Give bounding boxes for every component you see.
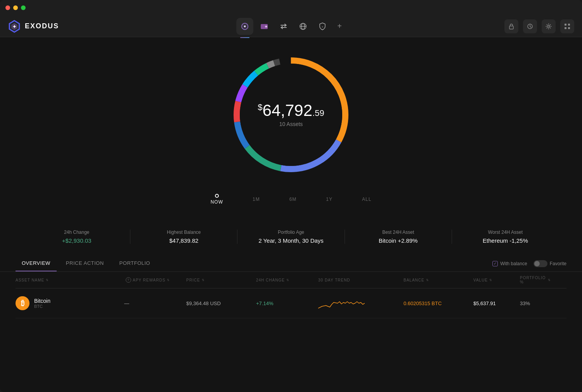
sort-icon-value: ⇅	[489, 278, 492, 282]
th-value[interactable]: VALUE ⇅	[473, 276, 520, 284]
svg-point-9	[266, 26, 267, 27]
tab-portfolio[interactable]: PORTFOLIO	[113, 256, 156, 271]
th-trend-label: 30 DAY TREND	[318, 278, 350, 282]
sort-icon-24h: ⇅	[286, 278, 289, 282]
timeline-now[interactable]: NOW	[208, 192, 226, 206]
th-24h-change[interactable]: 24H CHANGE ⇅	[256, 276, 318, 284]
stat-highest-value: $47,839.82	[130, 237, 237, 244]
th-portfolio-pct-label: PORTFOLIO %	[520, 276, 546, 284]
exodus-logo-icon: ✦	[8, 20, 21, 33]
table-row-btc[interactable]: ₿ Bitcoin BTC — $9,364.48 USD +7.14% 0.6…	[16, 288, 566, 318]
timeline-dot	[215, 194, 219, 198]
th-trend: 30 DAY TREND	[318, 276, 404, 284]
portfolio-value: 64,792	[263, 101, 312, 119]
apy-help-icon[interactable]: ?	[126, 277, 131, 283]
timeline-1m-label: 1M	[253, 197, 260, 202]
timeline-all[interactable]: ALL	[359, 195, 374, 204]
titlebar	[0, 0, 582, 16]
minimize-button[interactable]	[13, 5, 18, 10]
timeline-1y-label: 1Y	[326, 197, 333, 202]
favorite-toggle[interactable]	[534, 260, 547, 267]
donut-center: $64,792.59 10 Assets	[258, 102, 324, 127]
th-balance[interactable]: BALANCE ⇅	[404, 276, 473, 284]
settings-icon[interactable]	[542, 19, 556, 33]
stats-row: 24h Change +$2,930.03 Highest Balance $4…	[0, 222, 582, 252]
nav-tab-portfolio[interactable]	[236, 18, 253, 35]
svg-text:+: +	[322, 25, 324, 29]
tabs-row: OVERVIEW PRICE ACTION PORTFOLIO ✓ With b…	[0, 256, 582, 272]
btc-value: $5,637.91	[473, 300, 520, 306]
svg-rect-17	[565, 24, 566, 26]
svg-text:✦: ✦	[12, 24, 16, 29]
nav-tabs: + +	[236, 18, 346, 35]
th-price-label: PRICE	[186, 278, 200, 282]
btc-sparkline	[318, 295, 365, 310]
btc-ticker: BTC	[34, 304, 50, 309]
lock-icon[interactable]	[504, 19, 518, 33]
main-content: $64,792.59 10 Assets NOW 1M 6M 1Y	[0, 37, 582, 392]
btc-24h-change: +7.14%	[256, 300, 318, 306]
timeline-now-label: NOW	[211, 199, 223, 205]
header: ✦ EXODUS	[0, 16, 582, 37]
stat-24h-change: 24h Change +$2,930.03	[23, 230, 130, 244]
timeline-1m[interactable]: 1M	[249, 195, 263, 204]
with-balance-filter[interactable]: ✓ With balance	[492, 261, 527, 266]
th-apy[interactable]: ? APY REWARDS ⇅	[124, 276, 186, 284]
th-portfolio-pct[interactable]: PORTFOLIO % ⇅	[520, 276, 551, 284]
nav-tab-exchange[interactable]	[275, 18, 292, 35]
apps-icon[interactable]	[560, 19, 574, 33]
btc-asset-cell: ₿ Bitcoin BTC	[16, 296, 124, 310]
portfolio-cents: .59	[312, 108, 324, 118]
timeline-1y[interactable]: 1Y	[323, 195, 336, 204]
nav-tab-browser[interactable]	[294, 18, 312, 35]
portfolio-total: $64,792.59	[258, 102, 324, 119]
th-apy-label: APY REWARDS	[133, 278, 165, 282]
logo-text: EXODUS	[25, 22, 59, 30]
sort-icon-asset: ⇅	[46, 278, 49, 282]
table-header: ASSET NAME ⇅ ? APY REWARDS ⇅ PRICE ⇅ 24H…	[16, 272, 566, 288]
with-balance-label: With balance	[500, 261, 527, 266]
stat-24h-value: +$2,930.03	[23, 237, 130, 244]
timeline-6m[interactable]: 6M	[286, 195, 300, 204]
sort-icon-apy: ⇅	[167, 278, 170, 282]
svg-rect-19	[565, 27, 566, 29]
stat-highest-balance: Highest Balance $47,839.82	[130, 230, 237, 244]
stat-24h-label: 24h Change	[23, 230, 130, 235]
logo: ✦ EXODUS	[8, 20, 59, 33]
svg-rect-14	[509, 26, 513, 29]
sort-icon-balance: ⇅	[426, 278, 429, 282]
th-asset-name[interactable]: ASSET NAME ⇅	[16, 276, 124, 284]
tab-price-action[interactable]: PRICE ACTION	[60, 256, 110, 271]
nav-tab-wallet[interactable]	[256, 18, 273, 35]
th-price[interactable]: PRICE ⇅	[186, 276, 256, 284]
tabs-right: ✓ With balance Favorite	[492, 260, 566, 267]
stat-age-value: 2 Year, 3 Month, 30 Days	[237, 237, 344, 244]
close-button[interactable]	[5, 5, 10, 10]
donut-chart: $64,792.59 10 Assets	[225, 49, 357, 181]
btc-portfolio-pct: 33%	[520, 300, 551, 306]
stat-portfolio-age: Portfolio Age 2 Year, 3 Month, 30 Days	[237, 230, 345, 244]
asset-count: 10 Assets	[258, 121, 324, 127]
btc-name: Bitcoin	[34, 298, 50, 304]
history-icon[interactable]	[523, 19, 537, 33]
btc-price: $9,364.48 USD	[186, 300, 256, 306]
stat-worst-value: Ethereum -1,25%	[452, 237, 559, 244]
timeline-6m-label: 6M	[289, 197, 297, 202]
stat-best-value: Bitcoin +2.89%	[345, 237, 452, 244]
nav-tab-earn[interactable]: +	[314, 18, 331, 35]
with-balance-checkbox[interactable]: ✓	[492, 261, 498, 266]
sort-icon-price: ⇅	[202, 278, 205, 282]
timeline: NOW 1M 6M 1Y ALL	[208, 192, 375, 206]
asset-table: ASSET NAME ⇅ ? APY REWARDS ⇅ PRICE ⇅ 24H…	[0, 272, 582, 318]
tab-overview[interactable]: OVERVIEW	[16, 256, 57, 271]
btc-icon: ₿	[16, 296, 29, 310]
maximize-button[interactable]	[21, 5, 26, 10]
svg-point-16	[548, 25, 550, 27]
btc-name-group: Bitcoin BTC	[34, 298, 50, 309]
nav-add-button[interactable]: +	[333, 20, 346, 33]
favorite-filter[interactable]: Favorite	[534, 260, 566, 267]
btc-trend	[318, 295, 404, 312]
stat-worst-label: Worst 24H Asset	[452, 230, 559, 235]
dollar-sign: $	[258, 102, 262, 112]
chart-section: $64,792.59 10 Assets NOW 1M 6M 1Y	[0, 45, 582, 214]
